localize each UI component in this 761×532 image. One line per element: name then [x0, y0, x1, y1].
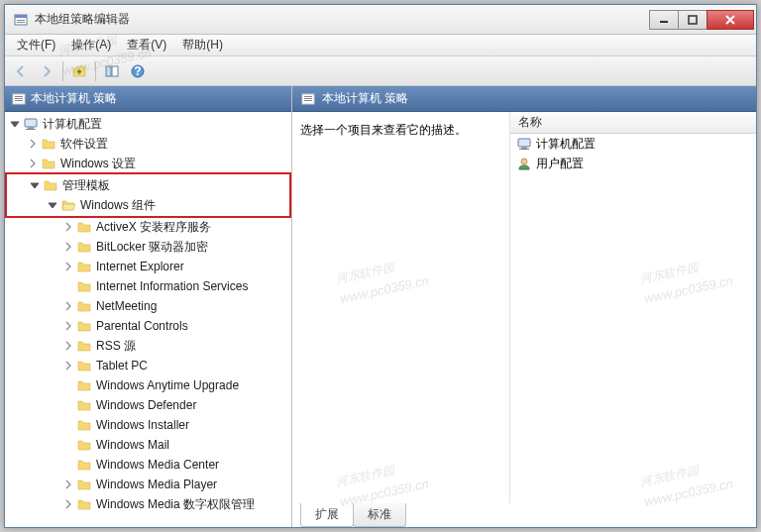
svg-rect-12 [15, 98, 23, 99]
svg-rect-20 [304, 100, 312, 101]
list-item-computer-config[interactable]: 计算机配置 [510, 134, 756, 154]
menu-help[interactable]: 帮助(H) [174, 35, 231, 55]
folder-icon [76, 397, 92, 413]
expander-closed-icon[interactable] [62, 340, 74, 352]
maximize-button[interactable] [678, 10, 707, 30]
svg-rect-13 [15, 100, 23, 101]
tree-node-computer-config[interactable]: 计算机配置 [5, 114, 291, 134]
tree-node-item[interactable]: NetMeeting [5, 296, 291, 316]
tree-node-item[interactable]: Parental Controls [5, 316, 291, 336]
minimize-button[interactable] [649, 10, 679, 30]
expander-open-icon[interactable] [47, 199, 58, 211]
node-label: Internet Explorer [96, 260, 184, 273]
folder-icon [76, 278, 92, 294]
expander-closed-icon[interactable] [62, 419, 74, 431]
node-label: Windows 设置 [60, 156, 136, 172]
node-label: 计算机配置 [43, 116, 102, 133]
node-label: Windows Anytime Upgrade [96, 378, 239, 392]
tree-node-item[interactable]: RSS 源 [5, 336, 291, 356]
folder-icon [76, 338, 92, 354]
node-label: Windows Media Center [96, 458, 219, 472]
tree-node-item[interactable]: Windows Mail [5, 435, 291, 455]
node-label: Windows 组件 [80, 197, 156, 214]
tab-extended[interactable]: 扩展 [300, 503, 354, 527]
expander-closed-icon[interactable] [62, 280, 74, 292]
details-title: 本地计算机 策略 [322, 90, 408, 107]
up-button[interactable] [67, 59, 91, 83]
expander-closed-icon[interactable] [62, 379, 74, 391]
expander-closed-icon[interactable] [62, 439, 74, 451]
tree-header-label: 本地计算机 策略 [31, 90, 117, 107]
node-label: BitLocker 驱动器加密 [96, 239, 208, 256]
node-label: Parental Controls [96, 319, 188, 333]
tree-node-admin-templates[interactable]: 管理模板 [7, 175, 289, 195]
tree-node-windows-components[interactable]: Windows 组件 [7, 195, 289, 215]
expander-closed-icon[interactable] [62, 399, 74, 411]
tree-node-windows-settings[interactable]: Windows 设置 [5, 154, 291, 173]
tree-node-item[interactable]: Windows Installer [5, 415, 291, 435]
menu-view[interactable]: 查看(V) [119, 35, 174, 55]
svg-rect-1 [15, 15, 27, 18]
expander-closed-icon[interactable] [27, 158, 39, 169]
tree-node-item[interactable]: Windows Defender [5, 395, 291, 415]
tree-node-item[interactable]: ActiveX 安装程序服务 [5, 217, 291, 237]
app-icon [13, 12, 29, 28]
back-button[interactable] [9, 59, 33, 83]
tab-standard[interactable]: 标准 [353, 503, 406, 527]
tree-node-item[interactable]: BitLocker 驱动器加密 [5, 237, 291, 257]
toolbar: ? [5, 56, 756, 86]
forward-button[interactable] [35, 59, 58, 83]
expander-closed-icon[interactable] [62, 241, 74, 253]
tree-node-item[interactable]: Windows Media Center [5, 455, 291, 475]
tree-node-item[interactable]: Internet Information Services [5, 276, 291, 296]
close-button[interactable] [707, 10, 754, 30]
column-header-name[interactable]: 名称 [510, 112, 756, 134]
tree-node-software-settings[interactable]: 软件设置 [5, 134, 291, 154]
node-label: Windows Media Player [96, 478, 217, 491]
expander-closed-icon[interactable] [62, 221, 74, 233]
separator-icon [62, 61, 63, 81]
expander-closed-icon[interactable] [62, 498, 74, 510]
expander-closed-icon[interactable] [62, 360, 74, 372]
tree-node-item[interactable]: Windows Anytime Upgrade [5, 375, 291, 395]
expander-closed-icon[interactable] [62, 479, 74, 490]
tree-node-item[interactable]: Internet Explorer [5, 257, 291, 276]
node-label: 管理模板 [62, 177, 110, 194]
folder-icon [76, 437, 92, 453]
list-item-user-config[interactable]: 用户配置 [510, 154, 756, 173]
svg-rect-23 [519, 149, 529, 150]
node-label: Windows Media 数字权限管理 [96, 496, 255, 513]
titlebar: 本地组策略编辑器 [5, 5, 756, 35]
folder-icon [76, 377, 92, 393]
tree-node-item[interactable]: Windows Media 数字权限管理 [5, 494, 291, 514]
menu-action[interactable]: 操作(A) [63, 35, 119, 55]
node-label: Windows Defender [96, 398, 196, 412]
expander-closed-icon[interactable] [62, 300, 74, 312]
tree-body[interactable]: 计算机配置 软件设置 Windows 设置 管理模板 [5, 112, 291, 527]
user-icon [516, 156, 532, 171]
expander-open-icon[interactable] [29, 179, 41, 191]
folder-open-icon [60, 197, 76, 213]
tree-node-item[interactable]: Windows Media Player [5, 475, 291, 494]
tree-node-item[interactable]: Tablet PC [5, 356, 291, 375]
window-controls [650, 10, 754, 30]
help-button[interactable]: ? [126, 59, 150, 83]
expander-closed-icon[interactable] [62, 459, 74, 471]
expander-closed-icon[interactable] [62, 320, 74, 332]
folder-icon [76, 318, 92, 334]
separator-icon [95, 61, 96, 81]
computer-icon [23, 116, 39, 132]
show-hide-tree-button[interactable] [100, 59, 124, 83]
svg-rect-3 [17, 22, 25, 23]
svg-rect-21 [518, 139, 530, 147]
node-label: ActiveX 安装程序服务 [96, 219, 211, 236]
svg-rect-7 [112, 66, 118, 76]
folder-icon [76, 358, 92, 373]
svg-rect-15 [28, 127, 34, 129]
expander-closed-icon[interactable] [27, 138, 39, 150]
expander-open-icon[interactable] [9, 118, 21, 130]
menu-file[interactable]: 文件(F) [9, 35, 63, 55]
folder-icon [76, 219, 92, 235]
folder-icon [76, 239, 92, 255]
expander-closed-icon[interactable] [62, 261, 74, 272]
